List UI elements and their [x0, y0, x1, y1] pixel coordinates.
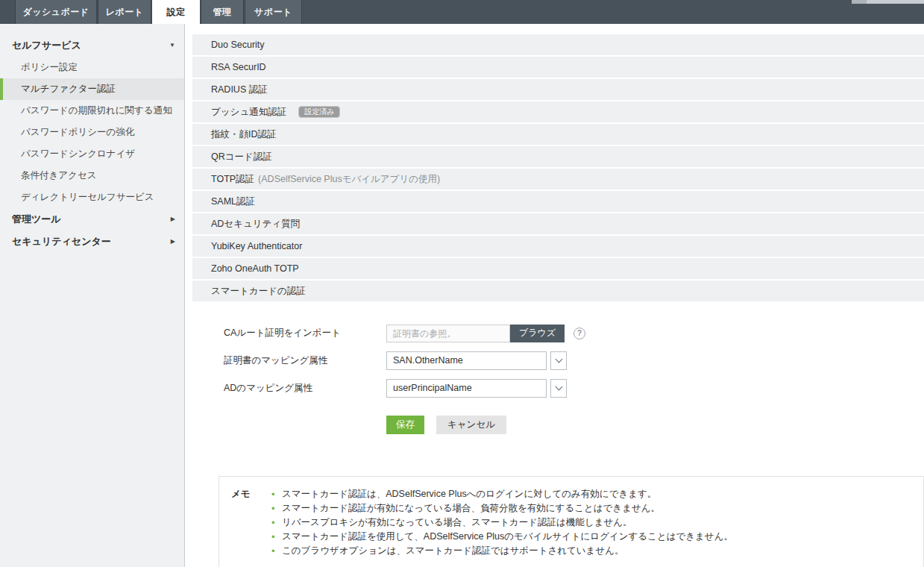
accordion-label: RADIUS 認証 [211, 84, 268, 96]
certificate-file-input[interactable] [386, 325, 510, 342]
accordion-row-rsa-securid[interactable]: RSA SecurID [192, 57, 924, 78]
accordion-row-smartcard[interactable]: スマートカードの認証 [192, 281, 924, 301]
accordion-label: YubiKey Authenticator [211, 241, 302, 251]
accordion-row-saml[interactable]: SAML認証 [192, 191, 924, 212]
help-icon[interactable]: ? [573, 328, 585, 339]
note-box: メモ スマートカード認証は、ADSelfService Plusへのログインに対… [219, 476, 924, 567]
sidebar-section-label: セルフサービス [12, 40, 81, 51]
note-item: スマートカード認証を使用して、ADSelfService Plusのモバイルサイ… [271, 530, 733, 544]
sidebar-item-password-synchronizer[interactable]: パスワードシンクロナイザ [0, 143, 184, 165]
accordion-label: ADセキュリティ質問 [211, 218, 300, 231]
accordion-row-fingerprint-faceid[interactable]: 指紋・顔ID認証 [192, 124, 924, 145]
accordion-label: プッシュ通知認証 [211, 106, 286, 119]
sidebar: セルフサービス ▼ ポリシー設定 マルチファクター認証 パスワードの期限切れに関… [0, 24, 184, 567]
ad-mapping-dropdown-button[interactable] [550, 379, 567, 398]
cert-mapping-label: 証明書のマッピング属性 [224, 354, 386, 367]
tab-settings[interactable]: 設定 [152, 0, 200, 24]
accordion-row-zoho-oneauth[interactable]: Zoho OneAuth TOTP [192, 258, 924, 279]
accordion-label: スマートカードの認証 [211, 285, 306, 298]
chevron-right-icon: ▶ [171, 208, 175, 231]
accordion-row-qr-code[interactable]: QRコード認証 [192, 146, 924, 167]
save-button[interactable]: 保存 [386, 416, 424, 434]
browse-button[interactable]: ブラウズ [510, 325, 565, 342]
accordion-label: QRコード認証 [211, 151, 272, 163]
content-panel: Duo Security RSA SecurID RADIUS 認証 プッシュ通… [184, 24, 924, 567]
accordion-label: 指紋・顔ID認証 [211, 128, 277, 141]
top-tab-bar: ダッシュボード レポート 設定 管理 サポート [0, 0, 924, 24]
accordion-label-suffix: (ADSelfService Plusモバイルアプリの使用) [258, 173, 440, 186]
form-buttons: 保存 キャンセル [224, 416, 924, 434]
sidebar-item-policy-settings[interactable]: ポリシー設定 [0, 57, 184, 78]
sidebar-section-security-center[interactable]: セキュリティセンター ▶ [0, 231, 184, 253]
sidebar-section-label: セキュリティセンター [12, 236, 111, 247]
sidebar-section-label: 管理ツール [12, 213, 61, 225]
accordion-row-totp[interactable]: TOTP認証 (ADSelfService Plusモバイルアプリの使用) [192, 169, 924, 189]
chevron-down-icon: ▼ [169, 34, 175, 57]
accordion-row-yubikey[interactable]: YubiKey Authenticator [192, 236, 924, 257]
form-row-ad-mapping: ADのマッピング属性 userPrincipalName [224, 379, 924, 398]
accordion-label: SAML認証 [211, 195, 255, 208]
cancel-button[interactable]: キャンセル [436, 416, 506, 434]
note-item: リバースプロキシが有効になっている場合、スマートカード認証は機能しません。 [271, 516, 733, 530]
accordion-label: Duo Security [211, 40, 265, 50]
cert-mapping-dropdown-button[interactable] [550, 351, 567, 370]
sidebar-item-password-policy-enforcer[interactable]: パスワードポリシーの強化 [0, 122, 184, 143]
chevron-down-icon [555, 383, 562, 391]
ad-mapping-select[interactable]: userPrincipalName [386, 379, 547, 398]
sidebar-item-conditional-access[interactable]: 条件付きアクセス [0, 165, 184, 187]
sidebar-section-admin-tools[interactable]: 管理ツール ▶ [0, 208, 184, 231]
note-item: スマートカード認証が有効になっている場合、負荷分散を有効にすることはできません。 [271, 501, 733, 516]
accordion-row-duo-security[interactable]: Duo Security [192, 34, 924, 55]
clipped-toolbar-fragment [852, 0, 924, 4]
chevron-right-icon: ▶ [171, 231, 175, 253]
main-area: セルフサービス ▼ ポリシー設定 マルチファクター認証 パスワードの期限切れに関… [0, 24, 924, 567]
app-window: ダッシュボード レポート 設定 管理 サポート セルフサービス ▼ ポリシー設定… [0, 0, 924, 567]
sidebar-section-self-service[interactable]: セルフサービス ▼ [0, 34, 184, 57]
accordion-row-radius[interactable]: RADIUS 認証 [192, 79, 924, 100]
tab-support[interactable]: サポート [245, 0, 302, 24]
tab-admin[interactable]: 管理 [201, 0, 244, 24]
form-row-cert-mapping: 証明書のマッピング属性 SAN.OtherName [224, 351, 924, 370]
sidebar-item-directory-self-service[interactable]: ディレクトリーセルフサービス [0, 187, 184, 208]
form-row-ca-import: CAルート証明をインポート ブラウズ ? [224, 324, 924, 342]
chevron-down-icon [555, 356, 562, 363]
accordion-row-ad-security-questions[interactable]: ADセキュリティ質問 [192, 213, 924, 234]
ca-import-label: CAルート証明をインポート [224, 327, 386, 339]
note-title: メモ [231, 487, 271, 558]
accordion-row-push-notification[interactable]: プッシュ通知認証 設定済み [192, 101, 924, 122]
note-item: このブラウザオプションは、スマートカード認証ではサポートされていません。 [271, 544, 733, 558]
configured-badge: 設定済み [298, 106, 340, 118]
accordion-label: RSA SecurID [211, 62, 266, 72]
note-list: スマートカード認証は、ADSelfService Plusへのログインに対しての… [271, 487, 733, 558]
sidebar-item-password-expiry-notice[interactable]: パスワードの期限切れに関する通知 [0, 100, 184, 122]
accordion-label: TOTP認証 [211, 173, 254, 186]
smartcard-auth-form: CAルート証明をインポート ブラウズ ? 証明書のマッピング属性 SAN.Oth… [192, 324, 924, 434]
tab-dashboard[interactable]: ダッシュボード [15, 0, 97, 24]
sidebar-item-mfa[interactable]: マルチファクター認証 [0, 78, 184, 100]
ad-mapping-label: ADのマッピング属性 [224, 382, 386, 395]
note-item: スマートカード認証は、ADSelfService Plusへのログインに対しての… [271, 487, 733, 501]
tab-reports[interactable]: レポート [98, 0, 151, 24]
cert-mapping-select[interactable]: SAN.OtherName [386, 351, 547, 370]
accordion-label: Zoho OneAuth TOTP [211, 263, 299, 274]
